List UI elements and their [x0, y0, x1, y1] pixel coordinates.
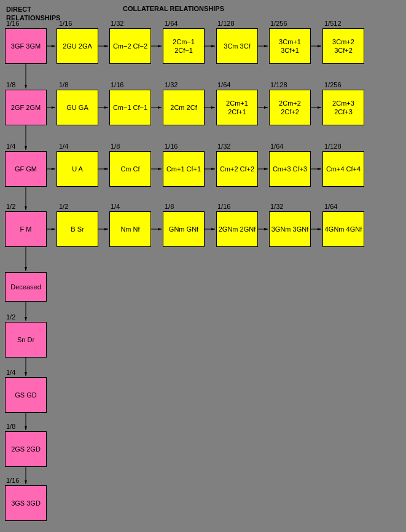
frac-r7-c1: 1/8: [6, 423, 15, 430]
box-r3-c3: Cm Cf: [109, 151, 151, 187]
box-r4-pink: F M: [5, 211, 47, 247]
box-r4-c2: B Sr: [57, 211, 98, 247]
frac-r4-c7: 1/64: [324, 203, 337, 210]
frac-r3-c2: 1/4: [59, 143, 68, 150]
box-r2-c5: 2Cm+1 2Cf+1: [216, 90, 258, 125]
box-r4-c5: 2GNm 2GNf: [216, 211, 258, 247]
frac-r3-c3: 1/8: [111, 143, 120, 150]
frac-r4-c6: 1/32: [270, 203, 283, 210]
frac-r6-c1: 1/4: [6, 369, 15, 376]
frac-r4-c4: 1/8: [165, 203, 174, 210]
box-r3-c7: Cm+4 Cf+4: [322, 151, 364, 187]
frac-r1-c6: 1/256: [270, 20, 287, 27]
frac-r2-c7: 1/256: [324, 81, 342, 88]
frac-r2-c2: 1/8: [59, 81, 68, 88]
deceased-box: Deceased: [5, 272, 47, 302]
frac-r1-c4: 1/64: [165, 20, 178, 27]
header-collateral: COLLATERAL RELATIONSHIPS: [123, 5, 224, 12]
box-r2-c7: 2Cm+3 2Cf+3: [322, 90, 364, 125]
frac-r1-c1: 1/16: [6, 20, 19, 27]
frac-r2-c5: 1/64: [217, 81, 230, 88]
box-r4-c6: 3GNm 3GNf: [269, 211, 311, 247]
frac-r1-c5: 1/128: [217, 20, 235, 27]
box-r8-pink: 3GS 3GD: [5, 485, 47, 521]
frac-r4-c5: 1/16: [217, 203, 230, 210]
frac-r4-c3: 1/4: [111, 203, 120, 210]
frac-r5-c1: 1/2: [6, 313, 15, 321]
box-r2-c6: 2Cm+2 2Cf+2: [269, 90, 311, 125]
main-container: DIRECT RELATIONSHIPS COLLATERAL RELATION…: [0, 0, 406, 10]
box-r4-c7: 4GNm 4GNf: [322, 211, 364, 247]
frac-r4-c1: 1/2: [6, 203, 15, 210]
frac-r1-c7: 1/512: [324, 20, 342, 27]
box-r3-pink: GF GM: [5, 151, 47, 187]
frac-r1-c2: 1/16: [59, 20, 72, 27]
box-r7-pink: 2GS 2GD: [5, 431, 47, 467]
arrows-svg: [0, 0, 406, 532]
frac-r3-c6: 1/64: [270, 143, 283, 150]
box-r1-c5: 3Cm 3Cf: [216, 28, 258, 64]
box-r1-pink: 3GF 3GM: [5, 28, 47, 64]
box-r1-c2: 2GU 2GA: [57, 28, 98, 64]
box-r2-c4: 2Cm 2Cf: [163, 90, 205, 125]
box-r2-pink: 2GF 2GM: [5, 90, 47, 125]
box-r1-c3: Cm−2 Cf−2: [109, 28, 151, 64]
frac-r8-c1: 1/16: [6, 477, 19, 484]
box-r5-pink: Sn Dr: [5, 322, 47, 358]
box-r3-c5: Cm+2 Cf+2: [216, 151, 258, 187]
frac-r3-c1: 1/4: [6, 143, 15, 150]
frac-r1-c3: 1/32: [111, 20, 123, 27]
box-r3-c4: Cm+1 Cf+1: [163, 151, 205, 187]
box-r6-pink: GS GD: [5, 377, 47, 413]
box-r1-c4: 2Cm−1 2Cf−1: [163, 28, 205, 64]
frac-r2-c4: 1/32: [165, 81, 178, 88]
frac-r2-c6: 1/128: [270, 81, 287, 88]
box-r3-c6: Cm+3 Cf+3: [269, 151, 311, 187]
frac-r3-c7: 1/128: [324, 143, 342, 150]
frac-r2-c1: 1/8: [6, 81, 15, 88]
box-r3-c2: U A: [57, 151, 98, 187]
frac-r2-c3: 1/16: [111, 81, 123, 88]
frac-r3-c5: 1/32: [217, 143, 230, 150]
box-r1-c6: 3Cm+1 3Cf+1: [269, 28, 311, 64]
box-r2-c3: Cm−1 Cf−1: [109, 90, 151, 125]
frac-r4-c2: 1/2: [59, 203, 68, 210]
box-r2-c2: GU GA: [57, 90, 98, 125]
frac-r3-c4: 1/16: [165, 143, 178, 150]
box-r1-c7: 3Cm+2 3Cf+2: [322, 28, 364, 64]
box-r4-c4: GNm GNf: [163, 211, 205, 247]
box-r4-c3: Nm Nf: [109, 211, 151, 247]
